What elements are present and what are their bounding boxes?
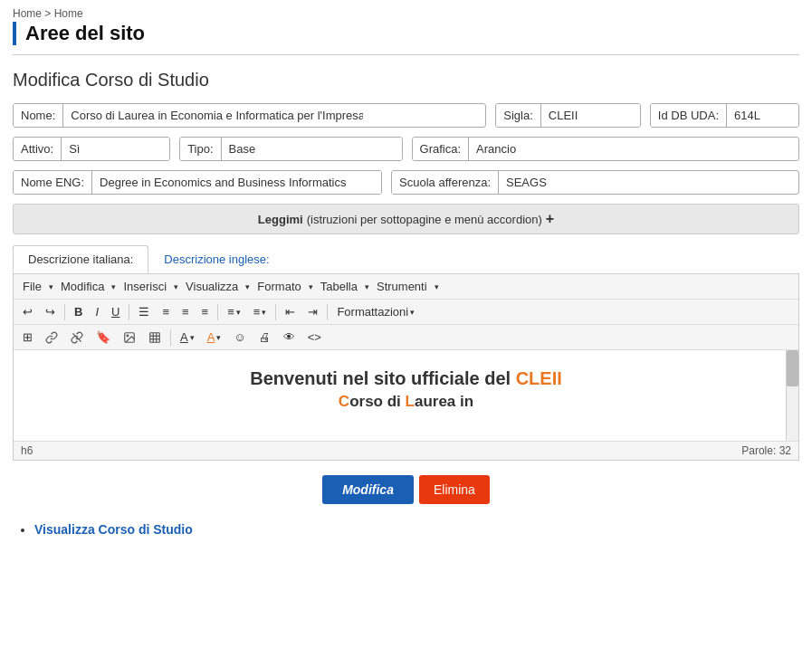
divider-top — [13, 54, 799, 55]
print-button[interactable]: 🖨 — [253, 328, 276, 347]
align-center-button[interactable]: ≡ — [157, 302, 175, 321]
menu-inserisci[interactable]: Inserisci — [118, 277, 172, 296]
id-db-uda-input[interactable] — [726, 104, 798, 127]
scuola-field-group: Scuola afferenza: — [391, 170, 799, 195]
elimina-button[interactable]: Elimina — [419, 475, 490, 504]
page-title: Aree del sito — [25, 22, 812, 45]
formato-arrow: ▾ — [309, 282, 313, 291]
editor-orange-word: CLEII — [516, 368, 562, 388]
modifica-button[interactable]: Modifica — [322, 475, 414, 504]
underline-button[interactable]: U — [106, 302, 125, 321]
svg-rect-3 — [150, 332, 160, 342]
tipo-label: Tipo: — [180, 138, 220, 160]
italic-button[interactable]: I — [90, 302, 104, 321]
id-db-uda-field-group: Id DB UDA: — [650, 103, 799, 128]
image2-button[interactable]: ⊞ — [17, 328, 38, 347]
sep3 — [217, 304, 218, 320]
menu-formato[interactable]: Formato — [252, 277, 306, 296]
editor-container: File ▾ Modifica ▾ Inserisci ▾ Visualizza… — [13, 274, 799, 461]
nome-label: Nome: — [14, 104, 62, 127]
menu-file[interactable]: File — [17, 277, 47, 296]
sigla-input[interactable] — [540, 104, 640, 127]
inserisci-arrow: ▾ — [174, 282, 178, 291]
source-button[interactable]: <> — [302, 328, 327, 347]
link-button[interactable] — [40, 329, 63, 347]
attivo-label: Attivo: — [14, 138, 61, 160]
align-left-button[interactable]: ☰ — [133, 302, 155, 321]
editor-subtitle: Corso di Laurea in — [32, 393, 780, 411]
sigla-field-group: Sigla: — [495, 103, 641, 128]
sep6 — [170, 329, 171, 346]
editor-content[interactable]: Benvenuti nel sito ufficiale del CLEII C… — [14, 350, 798, 441]
editor-statusbar: h6 Parole: 32 — [14, 441, 798, 460]
breadcrumb: Home > Home — [0, 0, 812, 22]
font-color-button[interactable]: A ▾ — [175, 328, 200, 347]
sep5 — [327, 304, 328, 320]
leggimi-bar: Leggimi (istruzioni per sottopagine e me… — [13, 204, 799, 234]
tipo-input[interactable] — [221, 138, 402, 160]
form-area: Nome: Sigla: Id DB UDA: Attivo: Tipo: Gr… — [0, 103, 812, 504]
anchor-button[interactable]: 🔖 — [91, 328, 116, 347]
nome-eng-input[interactable] — [91, 171, 381, 194]
scuola-input[interactable] — [498, 171, 661, 194]
toolbar-format-row: ↩ ↪ B I U ☰ ≡ ≡ ≡ ≡ ▾ ≡ ▾ ⇤ ⇥ Formattazi… — [14, 300, 798, 325]
undo-button[interactable]: ↩ — [17, 302, 38, 321]
file-arrow: ▾ — [49, 282, 53, 291]
leggimi-subtext: (istruzioni per sottopagine e menù accor… — [307, 213, 542, 226]
strumenti-arrow: ▾ — [435, 282, 439, 291]
redo-button[interactable]: ↪ — [40, 302, 61, 321]
menu-visualizza[interactable]: Visualizza — [180, 277, 244, 296]
formattazioni-arrow: ▾ — [410, 308, 415, 317]
scrollbar-thumb — [787, 350, 798, 386]
attivo-input[interactable] — [61, 138, 169, 160]
tabs-bar: Descrizione italiana: Descrizione ingles… — [13, 245, 799, 274]
grafica-input[interactable] — [468, 138, 631, 160]
form-row-1: Nome: Sigla: Id DB UDA: — [13, 103, 799, 128]
nome-input[interactable] — [62, 104, 370, 127]
leggimi-plus-icon[interactable]: + — [546, 211, 554, 227]
unlink-button[interactable] — [65, 329, 89, 347]
toolbar-menu-row: File ▾ Modifica ▾ Inserisci ▾ Visualizza… — [14, 274, 798, 300]
actions-row: Modifica Elimina — [13, 475, 799, 504]
svg-point-2 — [127, 335, 129, 337]
list-ul-button[interactable]: ≡ ▾ — [222, 302, 246, 321]
menu-strumenti[interactable]: Strumenti — [371, 277, 433, 296]
scuola-label: Scuola afferenza: — [392, 171, 498, 194]
formattazioni-button[interactable]: Formattazioni ▾ — [331, 302, 420, 321]
align-justify-button[interactable]: ≡ — [196, 302, 215, 321]
indent-inc-button[interactable]: ⇥ — [302, 302, 323, 321]
id-db-uda-label: Id DB UDA: — [651, 104, 726, 127]
sep4 — [275, 304, 276, 320]
form-row-2: Attivo: Tipo: Grafica: — [13, 137, 799, 161]
align-right-button[interactable]: ≡ — [177, 302, 195, 321]
bg-color-button[interactable]: A ▾ — [202, 328, 227, 347]
tab-descrizione-inglese[interactable]: Descrizione inglese: — [148, 245, 284, 273]
grafica-field-group: Grafica: — [412, 137, 799, 161]
modifica-arrow: ▾ — [111, 282, 116, 291]
section-title: Modifica Corso di Studio — [0, 70, 812, 103]
nome-field-group: Nome: — [13, 103, 486, 128]
visualizza-corso-link[interactable]: Visualizza Corso di Studio — [34, 522, 193, 537]
sep2 — [129, 304, 129, 320]
bold-button[interactable]: B — [69, 302, 88, 321]
tipo-field-group: Tipo: — [179, 137, 402, 161]
preview-button[interactable]: 👁 — [278, 328, 301, 347]
status-tag: h6 — [21, 444, 33, 457]
list-ol-button[interactable]: ≡ ▾ — [248, 302, 272, 321]
indent-dec-button[interactable]: ⇤ — [280, 302, 301, 321]
editor-welcome-text: Benvenuti nel sito ufficiale del CLEII — [32, 368, 780, 389]
word-count-label: Parole: 32 — [741, 444, 791, 457]
scrollbar[interactable] — [786, 350, 798, 441]
emoji-button[interactable]: ☺ — [228, 328, 251, 347]
leggimi-text: Leggimi — [258, 213, 303, 226]
grafica-label: Grafica: — [413, 138, 469, 160]
image-button[interactable] — [118, 329, 141, 347]
tab-descrizione-italiana[interactable]: Descrizione italiana: — [13, 245, 148, 273]
menu-tabella[interactable]: Tabella — [315, 277, 363, 296]
tabella-arrow: ▾ — [365, 282, 369, 291]
visualizza-arrow: ▾ — [245, 282, 250, 291]
attivo-field-group: Attivo: — [13, 137, 170, 161]
bottom-links: Visualizza Corso di Studio — [0, 519, 812, 549]
menu-modifica[interactable]: Modifica — [55, 277, 110, 296]
table-button[interactable] — [143, 329, 167, 347]
